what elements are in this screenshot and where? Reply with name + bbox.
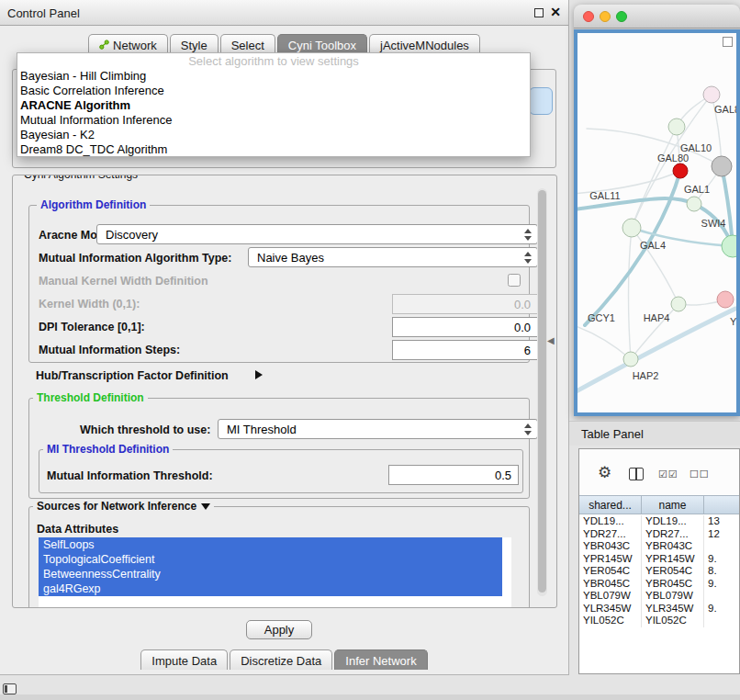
tab-style[interactable]: Style bbox=[170, 34, 219, 54]
columns-icon[interactable] bbox=[629, 468, 644, 480]
table-row[interactable]: YDL19...YDL19...13 bbox=[579, 515, 739, 528]
dropdown-item-aracne-algorithm[interactable]: ARACNE Algorithm bbox=[17, 98, 530, 113]
node-label-hap4[interactable]: HAP4 bbox=[644, 312, 670, 323]
close-panel-icon[interactable]: ✕ bbox=[550, 5, 561, 19]
checked-boxes-icon[interactable]: ☑☑ bbox=[658, 469, 678, 480]
table-row[interactable]: YBR043CYBR043C bbox=[579, 540, 739, 553]
table-row[interactable]: YER054CYER054C8. bbox=[579, 565, 739, 578]
network-node[interactable] bbox=[671, 297, 686, 311]
algorithm-dropdown-list[interactable]: Select algorithm to view settings Bayesi… bbox=[17, 52, 531, 157]
tab-select[interactable]: Select bbox=[220, 34, 275, 54]
minimize-traffic-icon[interactable] bbox=[600, 11, 611, 22]
settings-scrollbar[interactable] bbox=[537, 188, 547, 596]
tab-jactivemnodules[interactable]: jActiveMNodules bbox=[369, 34, 480, 54]
network-node[interactable] bbox=[622, 219, 641, 237]
table-row[interactable]: YBR045CYBR045C9. bbox=[579, 578, 739, 591]
mi-algorithm-type-select[interactable]: Naive Bayes bbox=[248, 247, 538, 267]
dropdown-item-bayesian-hill-climbing[interactable]: Bayesian - Hill Climbing bbox=[17, 69, 530, 84]
table-rows: YDL19...YDL19...13YDR27...YDR27...12YBR0… bbox=[579, 515, 739, 673]
tab-cyni-toolbox[interactable]: Cyni Toolbox bbox=[277, 34, 367, 54]
dpi-tolerance-field[interactable]: 0.0 bbox=[392, 317, 538, 337]
network-edge[interactable] bbox=[629, 228, 633, 359]
table-row[interactable]: YDR27...YDR27...12 bbox=[579, 528, 739, 541]
table-panel-window: ⚙ ☑☑ ☐☐ shared...name YDL19...YDL19...13… bbox=[578, 448, 740, 674]
network-node[interactable] bbox=[668, 119, 685, 135]
tab-impute-data[interactable]: Impute Data bbox=[140, 649, 228, 670]
network-canvas[interactable]: GAL8GAL80GAL10GAL11GAL1SWI4GAL4GCY1HAP4H… bbox=[577, 33, 736, 412]
network-window-titlebar[interactable] bbox=[574, 5, 740, 28]
mi-threshold-definition-title: MI Threshold Definition bbox=[43, 443, 173, 456]
node-label-gal10[interactable]: GAL10 bbox=[680, 142, 712, 153]
gear-icon[interactable]: ⚙ bbox=[598, 463, 611, 481]
canvas-corner-box[interactable] bbox=[723, 37, 733, 47]
dropdown-item-basic-correlation-inference[interactable]: Basic Correlation Inference bbox=[17, 84, 530, 98]
table-cell: YIL052C bbox=[579, 615, 642, 627]
control-panel-titlebar[interactable]: Control Panel ✕ bbox=[0, 0, 568, 26]
node-label-gal11[interactable]: GAL11 bbox=[589, 190, 620, 201]
tab-discretize-data[interactable]: Discretize Data bbox=[230, 649, 332, 670]
data-attributes-label: Data Attributes bbox=[37, 523, 118, 536]
scrollbar-thumb[interactable] bbox=[538, 190, 546, 593]
dropdown-item-bayesian-k2[interactable]: Bayesian - K2 bbox=[17, 128, 530, 142]
float-panel-icon[interactable] bbox=[534, 8, 544, 17]
node-label-hap2[interactable]: HAP2 bbox=[633, 370, 659, 381]
node-label-gal8[interactable]: GAL8 bbox=[714, 104, 736, 115]
mi-threshold-definition-group: MI Threshold Definition Mutual Informati… bbox=[39, 449, 523, 493]
expand-right-icon[interactable] bbox=[255, 370, 263, 379]
settings-group-title: Cyni Algorithm Settings bbox=[20, 175, 141, 181]
kernel-width-field[interactable]: 0.0 bbox=[392, 294, 538, 314]
table-cell: YBR043C bbox=[579, 540, 642, 553]
table-cell bbox=[704, 540, 740, 553]
hidden-blue-button[interactable] bbox=[529, 87, 553, 115]
close-traffic-icon[interactable] bbox=[583, 11, 594, 22]
column-header-shared[interactable]: shared... bbox=[579, 496, 642, 514]
table-toolbar: ⚙ ☑☑ ☐☐ bbox=[579, 449, 739, 495]
table-cell: YER054C bbox=[579, 565, 642, 578]
column-header-2[interactable] bbox=[704, 496, 740, 514]
network-edge[interactable] bbox=[577, 325, 631, 359]
network-node[interactable] bbox=[722, 235, 736, 257]
aracne-mode-select[interactable]: Discovery bbox=[96, 224, 538, 244]
collapse-down-icon[interactable] bbox=[201, 503, 210, 510]
zoom-traffic-icon[interactable] bbox=[616, 11, 627, 22]
bottom-tab-bar: Impute DataDiscretize DataInfer Network bbox=[0, 649, 568, 670]
mi-threshold-field[interactable]: 0.5 bbox=[388, 465, 519, 485]
mi-steps-field[interactable]: 6 bbox=[392, 340, 538, 360]
table-row[interactable]: YBL079WYBL079W bbox=[579, 590, 739, 603]
attribute-item-topologicalcoefficient[interactable]: TopologicalCoefficient bbox=[39, 552, 502, 567]
table-row[interactable]: YLR345WYLR345W9. bbox=[579, 603, 739, 615]
attribute-item-betweennesscentrality[interactable]: BetweennessCentrality bbox=[39, 567, 502, 581]
dropdown-placeholder: Select algorithm to view settings bbox=[17, 53, 530, 69]
table-row[interactable]: YIL052CYIL052C bbox=[579, 615, 739, 627]
dropdown-item-dream8-dc-tdc-algorithm[interactable]: Dream8 DC_TDC Algorithm bbox=[17, 142, 530, 157]
panel-resize-handle[interactable]: ◀ bbox=[547, 335, 555, 345]
attribute-item-selfloops[interactable]: SelfLoops bbox=[39, 537, 502, 552]
attribute-item-gal4rgexp[interactable]: gal4RGexp bbox=[39, 581, 502, 596]
node-label-gcy1[interactable]: GCY1 bbox=[588, 312, 615, 323]
network-node[interactable] bbox=[623, 352, 638, 367]
unchecked-boxes-icon[interactable]: ☐☐ bbox=[690, 469, 710, 480]
node-label-gal1[interactable]: GAL1 bbox=[684, 184, 710, 195]
network-node[interactable] bbox=[717, 291, 734, 308]
apply-button[interactable]: Apply bbox=[246, 620, 312, 639]
table-row[interactable]: YPR145WYPR145W9. bbox=[579, 553, 739, 566]
dropdown-item-mutual-information-inference[interactable]: Mutual Information Inference bbox=[17, 113, 530, 128]
which-threshold-select[interactable]: MI Threshold bbox=[218, 419, 538, 439]
manual-kernel-width-checkbox[interactable] bbox=[508, 274, 521, 287]
tab-network[interactable]: Network bbox=[88, 34, 168, 54]
window-bottom-edge bbox=[0, 694, 740, 700]
network-node[interactable] bbox=[703, 86, 720, 103]
node-label-gal80[interactable]: GAL80 bbox=[657, 152, 689, 164]
hidden-panel-icon[interactable] bbox=[3, 683, 17, 694]
column-header-name[interactable]: name bbox=[642, 496, 704, 514]
table-header-row: shared...name bbox=[579, 495, 739, 514]
network-node[interactable] bbox=[673, 164, 688, 178]
network-node[interactable] bbox=[712, 156, 732, 176]
node-label-gal4[interactable]: GAL4 bbox=[640, 240, 666, 251]
node-label-y[interactable]: Y bbox=[730, 316, 736, 327]
network-node[interactable] bbox=[687, 197, 701, 211]
data-attributes-list[interactable]: SelfLoopsTopologicalCoefficientBetweenne… bbox=[39, 537, 511, 608]
tab-infer-network[interactable]: Infer Network bbox=[334, 649, 427, 670]
node-label-swi4[interactable]: SWI4 bbox=[701, 218, 726, 229]
table-cell: YER054C bbox=[642, 565, 704, 578]
